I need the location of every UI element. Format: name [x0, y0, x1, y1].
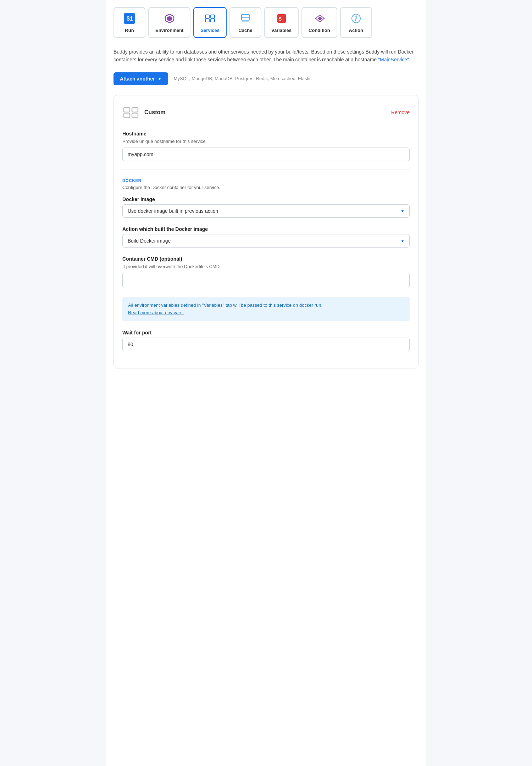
container-cmd-label: Container CMD (optional)	[122, 256, 410, 262]
info-box: All environment variables defined in "Va…	[122, 297, 410, 322]
service-header: Custom Remove	[122, 104, 410, 121]
svg-text:S: S	[278, 16, 282, 22]
env-vars-link[interactable]: Read more about env vars.	[128, 310, 184, 315]
svg-rect-19	[124, 113, 130, 118]
svg-point-16	[355, 20, 356, 21]
tab-cache[interactable]: Cache	[229, 7, 261, 38]
docker-image-select[interactable]: Use docker image built in previous actio…	[122, 204, 410, 218]
tab-run[interactable]: $1 Run	[113, 7, 145, 38]
attach-button-label: Attach another	[120, 76, 155, 82]
attach-another-button[interactable]: Attach another ▼	[113, 72, 168, 85]
wait-for-port-input[interactable]	[122, 338, 410, 351]
hostname-section: Hostname Provide unique hostname for thi…	[122, 131, 410, 161]
svg-rect-17	[124, 107, 130, 112]
action-built-select[interactable]: Build Docker image	[122, 234, 410, 248]
container-cmd-section: Container CMD (optional) If provided it …	[122, 256, 410, 288]
svg-rect-6	[211, 15, 215, 18]
tab-variables[interactable]: S Variables	[264, 7, 299, 38]
tab-action[interactable]: Action	[340, 7, 372, 38]
svg-marker-3	[167, 16, 172, 21]
svg-rect-7	[211, 19, 215, 22]
cache-icon	[239, 12, 252, 25]
tab-action-label: Action	[349, 28, 363, 33]
tab-condition[interactable]: Condition	[301, 7, 337, 38]
wait-for-port-section: Wait for port	[122, 330, 410, 351]
divider-1	[122, 170, 410, 170]
action-built-label: Action which built the Docker image	[122, 226, 410, 232]
svg-marker-14	[318, 16, 322, 21]
tab-environment[interactable]: Environment	[148, 7, 190, 38]
svg-rect-20	[132, 113, 138, 118]
docker-section: DOCKER Configure the Docker container fo…	[122, 178, 410, 351]
svg-rect-4	[205, 15, 209, 18]
tabs-container: $1 Run Environment	[113, 7, 419, 38]
service-name: Custom	[144, 109, 166, 116]
svg-rect-5	[205, 19, 209, 22]
tab-condition-label: Condition	[309, 28, 330, 33]
description-text: Buddy provides an ability to run databas…	[113, 49, 414, 62]
container-cmd-description: If provided it will overwrite the Docker…	[122, 264, 410, 269]
docker-section-tag: DOCKER	[122, 178, 410, 183]
tab-variables-label: Variables	[271, 28, 292, 33]
service-card: Custom Remove Hostname Provide unique ho…	[113, 95, 419, 369]
attach-chevron-icon: ▼	[158, 77, 162, 81]
action-built-section: Action which built the Docker image Buil…	[122, 226, 410, 248]
hostname-description: Provide unique hostname for this service	[122, 139, 410, 144]
container-cmd-input[interactable]	[122, 273, 410, 288]
page-description: Buddy provides an ability to run databas…	[113, 48, 419, 64]
docker-image-select-wrapper: Use docker image built in previous actio…	[122, 204, 410, 218]
info-box-text: All environment variables defined in "Va…	[128, 302, 322, 308]
tab-services-label: Services	[200, 28, 220, 33]
environment-icon	[163, 12, 176, 25]
docker-image-label: Docker image	[122, 196, 410, 202]
tab-cache-label: Cache	[238, 28, 252, 33]
svg-text:$1: $1	[127, 16, 133, 22]
docker-image-section: Docker image Use docker image built in p…	[122, 196, 410, 218]
svg-rect-18	[132, 107, 138, 112]
action-icon	[350, 12, 362, 25]
hostname-input[interactable]	[122, 148, 410, 161]
remove-button[interactable]: Remove	[391, 110, 410, 115]
variables-icon: S	[275, 12, 288, 25]
run-icon: $1	[123, 12, 136, 25]
custom-service-icon	[122, 104, 139, 121]
services-icon	[204, 12, 216, 25]
description-text-end: .	[409, 57, 410, 62]
docker-section-description: Configure the Docker container for your …	[122, 185, 410, 190]
attach-bar: Attach another ▼ MySQL, MongoDB, MariaDB…	[113, 72, 419, 85]
tab-run-label: Run	[125, 28, 134, 33]
svg-rect-9	[242, 21, 249, 22]
attach-hint: MySQL, MongoDB, MariaDB, Postgres, Redis…	[174, 76, 312, 81]
mainservice-link[interactable]: "MainService"	[378, 57, 409, 62]
tab-services[interactable]: Services	[193, 7, 227, 38]
action-built-select-wrapper: Build Docker image ▼	[122, 234, 410, 248]
service-header-left: Custom	[122, 104, 166, 121]
tab-environment-label: Environment	[155, 28, 183, 33]
wait-for-port-label: Wait for port	[122, 330, 410, 335]
condition-icon	[313, 12, 326, 25]
hostname-label: Hostname	[122, 131, 410, 137]
page-wrapper: $1 Run Environment	[106, 0, 426, 766]
